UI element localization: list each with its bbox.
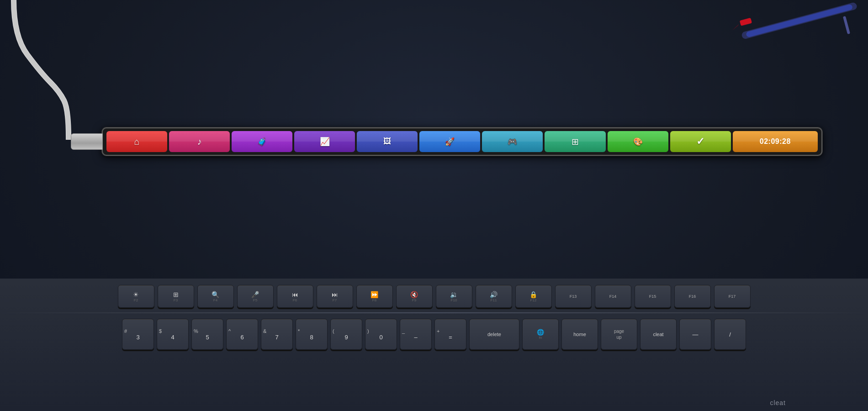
chart-icon: 📈 — [320, 137, 330, 147]
key-f11[interactable]: 🔊 F11 — [476, 285, 512, 308]
keyboard-area: ☀ F2 ⊞ F3 🔍 F4 🎤 F5 ⏮ F6 ⏭ F7 ⏩ F8 🔇 — [0, 279, 868, 411]
key-f5[interactable]: 🎤 F5 — [237, 285, 274, 308]
grid-icon: ⊞ — [572, 137, 579, 147]
key-f6[interactable]: ⏮ F6 — [277, 285, 313, 308]
touchbar-palette-button[interactable]: 🎨 — [608, 131, 668, 152]
svg-rect-4 — [740, 18, 752, 26]
touchbar-body: ⌂ ♪ 🧳 📈 🖼 🚀 🎮 ⊞ 🎨 — [102, 127, 822, 156]
touchbar-chart-button[interactable]: 📈 — [294, 131, 355, 152]
key-f9[interactable]: 🔇 F9 — [396, 285, 433, 308]
rocket-icon: 🚀 — [445, 137, 455, 147]
key-home[interactable]: home — [561, 319, 598, 350]
key-f14[interactable]: F14 — [595, 285, 631, 308]
cleat-watermark: cleat — [770, 399, 786, 406]
palette-icon: 🎨 — [633, 137, 643, 147]
touchbar-check-button[interactable]: ✓ — [670, 131, 731, 152]
pen — [722, 0, 868, 59]
key-f4[interactable]: 🔍 F4 — [197, 285, 234, 308]
key-delete[interactable]: delete — [469, 319, 519, 350]
svg-rect-3 — [843, 16, 850, 34]
key-4[interactable]: $ 4 — [157, 319, 189, 350]
touchbar-device: ⌂ ♪ 🧳 📈 🖼 🚀 🎮 ⊞ 🎨 — [71, 123, 822, 160]
touchbar-grid-button[interactable]: ⊞ — [545, 131, 605, 152]
keyboard-divider — [0, 312, 868, 313]
key-pageup[interactable]: pageup — [601, 319, 637, 350]
timer-display: 02:09:28 — [760, 137, 791, 146]
number-key-row: # 3 $ 4 % 5 ^ 6 & 7 * 8 ( 9 ) 0 — [0, 315, 868, 353]
svg-rect-1 — [746, 4, 853, 38]
key-f2[interactable]: ☀ F2 — [118, 285, 154, 308]
touchbar-photo-button[interactable]: 🖼 — [357, 131, 418, 152]
touchbar-home-button[interactable]: ⌂ — [106, 131, 167, 152]
check-icon: ✓ — [696, 136, 704, 148]
key-numpad-minus[interactable]: — — [679, 319, 711, 350]
briefcase-icon: 🧳 — [257, 137, 267, 147]
key-9[interactable]: ( 9 — [330, 319, 362, 350]
key-clear[interactable]: cleat — [640, 319, 677, 350]
key-fn-globe[interactable]: 🌐 fn — [522, 319, 559, 350]
svg-marker-2 — [730, 24, 741, 31]
key-6[interactable]: ^ 6 — [226, 319, 258, 350]
key-minus[interactable]: _ – — [400, 319, 432, 350]
touchbar-music-button[interactable]: ♪ — [169, 131, 230, 152]
gamepad-icon: 🎮 — [508, 137, 517, 147]
key-f16[interactable]: F16 — [674, 285, 711, 308]
touchbar-briefcase-button[interactable]: 🧳 — [232, 131, 292, 152]
usb-connector — [71, 133, 103, 150]
touchbar-timer-button[interactable]: 02:09:28 — [733, 131, 818, 152]
key-f17[interactable]: F17 — [714, 285, 751, 308]
fn-key-row: ☀ F2 ⊞ F3 🔍 F4 🎤 F5 ⏮ F6 ⏭ F7 ⏩ F8 🔇 — [0, 279, 868, 311]
home-icon: ⌂ — [134, 137, 139, 147]
key-f12[interactable]: 🔒 F12 — [515, 285, 552, 308]
key-plus[interactable]: + = — [434, 319, 466, 350]
key-f13[interactable]: F13 — [555, 285, 592, 308]
touchbar-rocket-button[interactable]: 🚀 — [419, 131, 480, 152]
music-icon: ♪ — [197, 137, 202, 147]
key-f3[interactable]: ⊞ F3 — [158, 285, 194, 308]
key-f7[interactable]: ⏭ F7 — [317, 285, 353, 308]
key-0[interactable]: ) 0 — [365, 319, 397, 350]
key-numpad-slash[interactable]: / — [714, 319, 746, 350]
touchbar-gamepad-button[interactable]: 🎮 — [482, 131, 543, 152]
key-7[interactable]: & 7 — [261, 319, 293, 350]
photo-icon: 🖼 — [383, 137, 391, 146]
key-5[interactable]: % 5 — [191, 319, 223, 350]
key-8[interactable]: * 8 — [296, 319, 328, 350]
key-f10[interactable]: 🔉 F10 — [436, 285, 472, 308]
key-f15[interactable]: F15 — [635, 285, 671, 308]
clear-label: cleat — [653, 332, 663, 337]
key-f8[interactable]: ⏩ F8 — [356, 285, 393, 308]
key-3[interactable]: # 3 — [122, 319, 154, 350]
